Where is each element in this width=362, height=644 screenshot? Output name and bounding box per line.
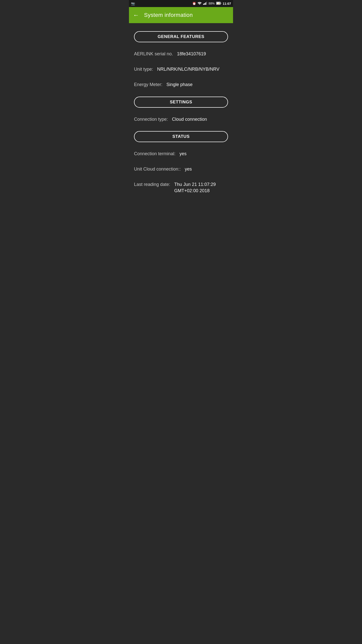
connection-type-label: Connection type: — [134, 116, 168, 123]
connection-type-value: Cloud connection — [172, 116, 207, 123]
status-bar: 📷 ⏰ 88% ⚡ — [129, 0, 233, 7]
content-area: GENERAL FEATURES AERLINK serial no. 18fe… — [129, 23, 233, 203]
status-header: STATUS — [134, 131, 228, 142]
status-bar-right: ⏰ 88% ⚡ 11:07 — [192, 2, 231, 6]
svg-rect-1 — [203, 4, 204, 5]
app-bar: ← System information — [129, 7, 233, 23]
svg-rect-6 — [220, 3, 221, 4]
svg-text:⚡: ⚡ — [217, 3, 219, 5]
last-reading-line1: Thu Jun 21 11:07:29 — [174, 181, 216, 188]
time-display: 11:07 — [223, 2, 231, 6]
connection-terminal-row: Connection terminal: yes — [134, 146, 228, 162]
status-bar-left: 📷 — [131, 2, 135, 6]
serial-number-value: 18fe34107619 — [177, 51, 206, 57]
energy-meter-value: Single phase — [166, 82, 193, 88]
last-reading-line2: GMT+02:00 2018 — [174, 188, 216, 194]
back-button[interactable]: ← — [133, 12, 139, 19]
wifi-icon — [198, 2, 202, 6]
unit-type-value: NRL/NRK/NLC/NRB/NYB/NRV — [157, 66, 219, 72]
alarm-icon: ⏰ — [192, 2, 196, 5]
last-reading-row: Last reading date: Thu Jun 21 11:07:29 G… — [134, 177, 228, 198]
cloud-connection-label: Unit Cloud connection:: — [134, 166, 181, 172]
cloud-connection-row: Unit Cloud connection:: yes — [134, 162, 228, 177]
unit-type-row: Unit type: NRL/NRK/NLC/NRB/NYB/NRV — [134, 62, 228, 77]
serial-number-label: AERLINK serial no. — [134, 51, 173, 57]
connection-type-row: Connection type: Cloud connection — [134, 112, 228, 127]
unit-type-label: Unit type: — [134, 66, 153, 72]
general-features-header: GENERAL FEATURES — [134, 31, 228, 42]
svg-point-0 — [199, 4, 200, 5]
energy-meter-label: Energy Meter: — [134, 82, 162, 88]
last-reading-label: Last reading date: — [134, 181, 170, 188]
camera-icon: 📷 — [131, 2, 135, 6]
svg-rect-4 — [206, 2, 207, 5]
battery-icon: ⚡ — [216, 2, 221, 6]
svg-rect-3 — [205, 3, 206, 5]
signal-icon — [203, 2, 207, 6]
battery-text: 88% — [209, 2, 215, 5]
connection-terminal-label: Connection terminal: — [134, 151, 175, 157]
svg-rect-2 — [204, 3, 205, 5]
settings-header: SETTINGS — [134, 97, 228, 108]
last-reading-value: Thu Jun 21 11:07:29 GMT+02:00 2018 — [174, 181, 216, 194]
cloud-connection-value: yes — [185, 166, 192, 172]
connection-terminal-value: yes — [179, 151, 187, 157]
energy-meter-row: Energy Meter: Single phase — [134, 77, 228, 92]
serial-number-row: AERLINK serial no. 18fe34107619 — [134, 46, 228, 62]
page-title: System information — [144, 12, 193, 18]
